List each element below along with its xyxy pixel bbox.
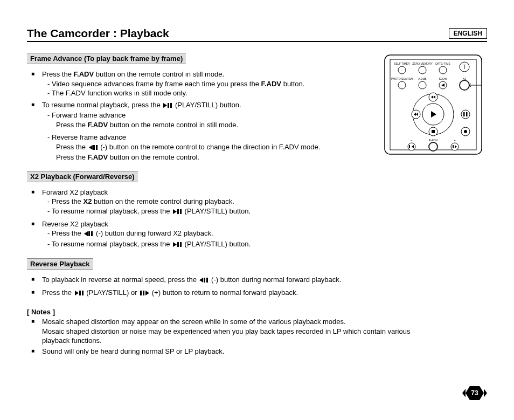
svg-rect-28 (93, 145, 95, 150)
svg-marker-42 (75, 291, 79, 295)
svg-rect-29 (96, 145, 98, 150)
text: (PLAY/STILL) or (85, 288, 140, 297)
text: - Reverse frame advance (42, 133, 372, 142)
title-divider: The Camcorder : Playback (27, 27, 487, 42)
text-bold: X2 (83, 197, 92, 205)
text: Mosaic shaped distortion may appear on t… (42, 318, 346, 326)
page-title: The Camcorder : Playback (27, 27, 487, 40)
play-pause-icon (74, 289, 84, 299)
label-self-timer: SELF TIMER (394, 62, 410, 65)
notes-list: Mosaic shaped distortion may appear on t… (27, 317, 436, 356)
svg-rect-46 (143, 291, 144, 295)
svg-text:−: − (411, 139, 413, 142)
svg-rect-45 (140, 291, 142, 295)
text: - To resume normal playback, press the (47, 240, 172, 248)
svg-marker-47 (145, 291, 149, 295)
svg-marker-33 (84, 231, 88, 236)
rev-pause-icon (199, 276, 209, 286)
btn-zero-memory (419, 66, 426, 74)
text: To resume normal playback, press the (42, 101, 162, 109)
text: To playback in reverse at normal speed, … (42, 276, 198, 284)
rev-pause-icon (84, 230, 93, 239)
list-item: To resume normal playback, press the (PL… (27, 100, 372, 162)
language-badge: ENGLISH (449, 28, 487, 39)
list-item: Press the F.ADV button on the remote con… (27, 70, 372, 98)
svg-rect-40 (204, 278, 205, 283)
svg-marker-39 (199, 278, 203, 283)
text: button. (281, 80, 304, 88)
text: - Press the (47, 197, 83, 205)
svg-rect-20 (453, 145, 454, 148)
text: Mosaic shaped distortion or noise may be… (42, 327, 410, 345)
text-bold: F.ADV (74, 70, 94, 78)
btn-a-dub (419, 81, 426, 89)
svg-rect-43 (79, 291, 81, 295)
list-item: Forward X2 playback - Press the X2 butto… (27, 188, 372, 217)
text: button on the remote control in still mo… (94, 70, 224, 78)
pause-fwd-icon (140, 289, 149, 299)
text: Press the (42, 70, 74, 78)
svg-text:T: T (463, 64, 466, 70)
svg-marker-30 (173, 209, 177, 214)
section-x2-label: X2 Playback (Forward/Reverse) (27, 171, 138, 182)
text: button on the remote control in still mo… (108, 121, 238, 129)
text: Sound will only be heard during normal S… (42, 347, 224, 355)
x2-list: Forward X2 playback - Press the X2 butto… (27, 188, 372, 250)
svg-rect-38 (180, 242, 182, 247)
label-slow: SLOW (439, 77, 447, 80)
svg-marker-50 (484, 389, 487, 397)
svg-rect-13 (466, 112, 468, 116)
label-date-time: DATE/ TIME (435, 62, 450, 65)
label-a-dub: A.DUB (418, 77, 427, 80)
text: Reverse X2 playback (42, 220, 108, 228)
section-reverse-label: Reverse Playback (27, 258, 93, 270)
text: button on the remote control. (108, 153, 199, 161)
page-number: 73 (471, 389, 478, 397)
svg-rect-26 (170, 103, 172, 108)
rev-pause-icon (88, 143, 98, 153)
btn-photo-search (398, 81, 406, 89)
play-pause-icon (172, 240, 182, 250)
text: Press the (56, 153, 88, 161)
btn-date-time (439, 66, 447, 74)
btn-x2 (460, 80, 469, 90)
text: Press the (56, 143, 88, 151)
svg-rect-25 (168, 103, 169, 108)
text: Forward X2 playback (42, 188, 108, 196)
reverse-list: To playback in reverse at normal speed, … (27, 275, 469, 298)
svg-rect-31 (177, 209, 179, 214)
list-item: To playback in reverse at normal speed, … (27, 275, 469, 286)
svg-marker-27 (89, 145, 93, 150)
play-pause-icon (163, 101, 172, 111)
svg-rect-34 (88, 231, 90, 236)
svg-rect-18 (409, 145, 410, 148)
text: Press the (42, 288, 74, 297)
label-fadv: F.ADV (428, 139, 437, 142)
text-bold: F.ADV (88, 121, 108, 129)
notes-header: [ Notes ] (27, 308, 487, 316)
btn-fadv (429, 142, 437, 151)
svg-rect-32 (180, 209, 182, 214)
text-bold: F.ADV (88, 153, 108, 161)
text: (-) button during normal forward playbac… (209, 276, 341, 284)
svg-rect-41 (206, 278, 208, 283)
svg-rect-35 (91, 231, 93, 236)
btn-pause (461, 110, 470, 119)
list-item: Mosaic shaped distortion may appear on t… (27, 317, 436, 346)
text-bold: F.ADV (261, 80, 281, 88)
svg-marker-36 (173, 242, 177, 247)
list-item: Press the (PLAY/STILL) or (+) button to … (27, 288, 469, 299)
text: (-) button on the remote control to chan… (99, 143, 321, 151)
text: (PLAY/STILL) button. (183, 240, 251, 248)
text: button on the remote control during play… (92, 197, 234, 205)
text: - Video sequence advances frame by frame… (47, 80, 261, 88)
text: - Press the (47, 229, 83, 237)
text: (PLAY/STILL) button. (183, 207, 251, 215)
text: Press the (56, 121, 88, 129)
list-item: Sound will only be heard during normal S… (27, 347, 436, 356)
svg-marker-49 (462, 389, 466, 397)
svg-rect-11 (432, 130, 435, 133)
text: - The F.ADV function works in still mode… (42, 88, 372, 98)
label-zero-memory: ZERO MEMORY (412, 62, 433, 65)
svg-rect-37 (177, 242, 179, 247)
